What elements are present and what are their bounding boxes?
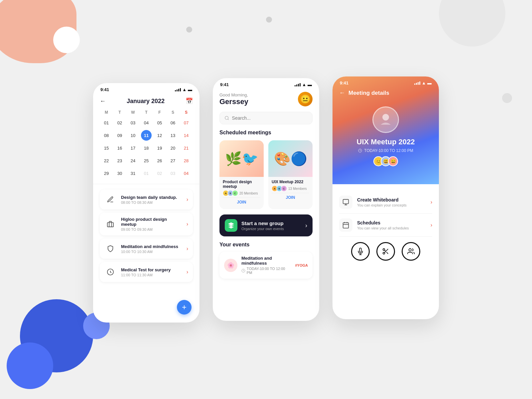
- battery-icon-2: ▬: [308, 82, 312, 87]
- cal-day-09[interactable]: 09: [114, 130, 125, 141]
- phone3-header-section: 9:41 ▲ ▬ ← Meeting details: [332, 76, 439, 184]
- cal-day-31[interactable]: 31: [128, 168, 138, 179]
- signal-icon-3: [414, 81, 420, 85]
- cal-week-4: 22 23 24 25 26 27 28: [100, 155, 193, 166]
- event-card-time-text: TODAY-10:00 TO 12:00 PM: [247, 267, 291, 275]
- event-icon-4: [104, 266, 116, 278]
- event-item-4[interactable]: Medical Test for surgery 11:00 TO 11:30 …: [100, 262, 193, 282]
- cal-day-17[interactable]: 17: [128, 143, 138, 153]
- search-input[interactable]: [232, 115, 308, 121]
- cal-day-10[interactable]: 10: [128, 130, 138, 141]
- event-card-icon: 🌸: [224, 259, 237, 272]
- event-arrow-4: ›: [187, 269, 188, 275]
- svg-point-8: [383, 249, 385, 251]
- calendar-day-headers: M T W T F S S: [100, 110, 193, 115]
- cal-day-next-04[interactable]: 04: [181, 168, 192, 179]
- cal-day-04[interactable]: 04: [141, 117, 152, 128]
- cal-day-03[interactable]: 03: [128, 117, 138, 128]
- cal-day-24[interactable]: 24: [128, 155, 138, 166]
- meeting-detail-header: ← Meeting details: [332, 87, 439, 103]
- meeting-time-text: TODAY-10:00 TO 12:00 PM: [364, 148, 413, 153]
- cal-day-next-01[interactable]: 01: [141, 168, 152, 179]
- mic-button[interactable]: [351, 242, 370, 261]
- cal-day-28[interactable]: 28: [181, 155, 192, 166]
- your-event-card[interactable]: 🌸 Meditation and mindfulness TODAY-10:00…: [219, 252, 313, 279]
- cal-day-02[interactable]: 02: [114, 117, 125, 128]
- cal-day-23[interactable]: 23: [114, 155, 125, 166]
- wifi-icon-2: ▲: [302, 82, 306, 87]
- meeting-hero: UIX Meetup 2022 TODAY-10:00 TO 12:00 PM …: [332, 103, 439, 174]
- cal-day-next-02[interactable]: 02: [154, 168, 165, 179]
- status-icons-3: ▲ ▬: [414, 80, 432, 85]
- mic-icon: [357, 248, 364, 255]
- people-button[interactable]: [402, 242, 420, 261]
- cal-day-11[interactable]: 11: [141, 130, 152, 141]
- calendar-icon[interactable]: 📅: [186, 97, 193, 105]
- cal-day-26[interactable]: 26: [154, 155, 165, 166]
- schedules-action-title: Schedules: [357, 220, 426, 225]
- user-avatar[interactable]: 😐: [298, 92, 313, 106]
- event-icon-3: [104, 243, 116, 255]
- day-header-sun: S: [180, 110, 193, 115]
- cal-week-1: 01 02 03 04 05 06 07: [100, 117, 193, 128]
- event-arrow-1: ›: [187, 197, 188, 202]
- status-bar-3: 9:41 ▲ ▬: [332, 76, 439, 87]
- cal-day-01[interactable]: 01: [101, 117, 112, 128]
- cal-day-30[interactable]: 30: [114, 168, 125, 179]
- create-whiteboard-action[interactable]: Create Whiteboard You can explain your c…: [339, 191, 432, 214]
- schedules-action-text: Schedules You can view your all schedule…: [357, 220, 426, 230]
- cut-button[interactable]: [376, 242, 395, 261]
- day-header-t1: T: [113, 110, 126, 115]
- new-group-button[interactable]: Start a new group Organize your own even…: [219, 214, 313, 236]
- event-item-1[interactable]: Design team daily standup. 08:00 TO 08:3…: [100, 190, 193, 209]
- add-event-fab[interactable]: +: [177, 300, 192, 315]
- event-item-3[interactable]: Meditation and mindfulness 10:00 TO 10:3…: [100, 239, 193, 259]
- event-card-tag: #YOGA: [295, 263, 308, 267]
- schedules-action-sub: You can view your all schedules: [357, 226, 426, 230]
- meeting-img-2: 🎨🔵: [268, 140, 313, 177]
- cal-day-next-03[interactable]: 03: [168, 168, 178, 179]
- svg-point-10: [409, 249, 411, 251]
- event-time-3: 10:00 TO 10:30 AM: [121, 250, 182, 254]
- cal-day-27[interactable]: 27: [168, 155, 178, 166]
- cal-day-12[interactable]: 12: [154, 130, 165, 141]
- day-header-m: M: [100, 110, 113, 115]
- cal-day-06[interactable]: 06: [168, 117, 178, 128]
- cal-day-20[interactable]: 20: [168, 143, 178, 153]
- cal-day-16[interactable]: 16: [114, 143, 125, 153]
- event-card-info: Meditation and mindfulness TODAY-10:00 T…: [241, 256, 291, 275]
- schedules-action[interactable]: Schedules You can view your all schedule…: [339, 214, 432, 237]
- meeting-detail-title: Meeting details: [348, 90, 389, 96]
- calendar-grid: M T W T F S S 01 02 03 04 05 06 07 08: [93, 110, 200, 179]
- member-count-2: 13 Members: [288, 187, 307, 191]
- day-header-t2: T: [140, 110, 153, 115]
- cal-day-13[interactable]: 13: [168, 130, 178, 141]
- back-button-3[interactable]: ←: [339, 89, 345, 96]
- cal-day-14[interactable]: 14: [181, 130, 192, 141]
- event-item-2[interactable]: Higloo product design meetup 09:00 TO 09…: [100, 213, 193, 235]
- cal-day-22[interactable]: 22: [101, 155, 112, 166]
- cal-day-18[interactable]: 18: [141, 143, 152, 153]
- meeting-card-1[interactable]: 🌿🐦 Product design meetup A B C 20 Member…: [219, 140, 264, 209]
- greeting-text: Good Morning, Gerssey: [219, 92, 248, 106]
- event-card-time: TODAY-10:00 TO 12:00 PM: [241, 267, 291, 275]
- back-button-1[interactable]: ←: [100, 98, 106, 105]
- scissors-icon: [382, 248, 389, 255]
- cal-day-25[interactable]: 25: [141, 155, 152, 166]
- cal-day-15[interactable]: 15: [101, 143, 112, 153]
- cal-day-07[interactable]: 07: [181, 117, 192, 128]
- cal-day-29[interactable]: 29: [101, 168, 112, 179]
- cal-day-05[interactable]: 05: [154, 117, 165, 128]
- meeting-card-2[interactable]: 🎨🔵 UIX Meetup 2022 A B C 13 Members JOIN: [268, 140, 313, 209]
- search-bar[interactable]: [219, 112, 313, 124]
- join-btn-1[interactable]: JOIN: [223, 198, 260, 206]
- cal-day-21[interactable]: 21: [181, 143, 192, 153]
- bottom-controls: [339, 237, 432, 266]
- day-header-w: W: [126, 110, 140, 115]
- cal-day-19[interactable]: 19: [154, 143, 165, 153]
- status-time-2: 9:41: [220, 82, 229, 87]
- member-count-1: 20 Members: [239, 192, 258, 195]
- cal-day-08[interactable]: 08: [101, 130, 112, 141]
- meeting-hero-image: [372, 106, 399, 133]
- join-btn-2[interactable]: JOIN: [272, 193, 309, 202]
